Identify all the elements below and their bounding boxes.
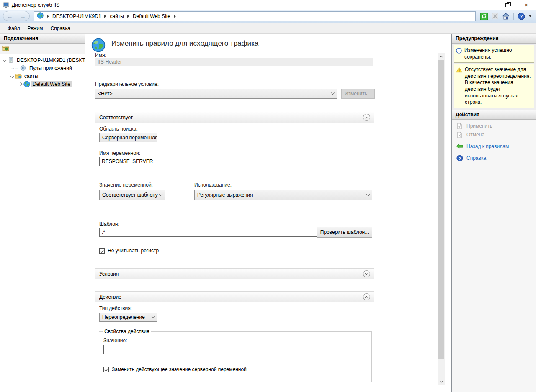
app-pools-icon [20,65,27,72]
precondition-select[interactable]: <Нет> [95,89,337,99]
menu-view[interactable]: Режим [24,24,47,33]
page-title: Изменить правило для исходящего трафика [111,39,258,48]
menu-help[interactable]: Справка [47,24,74,33]
forward-icon[interactable]: → [20,13,26,19]
chevron-down-icon [159,192,162,196]
breadcrumb-item-sites[interactable]: сайты [110,13,124,19]
save-connections-icon[interactable] [2,45,9,53]
scroll-down-button[interactable] [438,378,445,385]
info-alert: i Изменения успешно сохранены. [454,45,534,63]
tree-item-app-pools[interactable]: ···· Пулы приложений [0,64,85,72]
variable-value-select[interactable]: Соответствует шаблону [99,190,165,200]
breadcrumb-separator-icon [174,15,176,18]
content-scrollbar[interactable] [438,53,445,385]
variable-name-input[interactable]: RESPONSE_SERVER [99,157,372,166]
collapse-section-button[interactable] [363,293,370,300]
expand-collapse-icon[interactable] [10,74,14,77]
globe-icon[interactable] [37,12,44,20]
expand-collapse-icon[interactable] [3,58,6,61]
action-type-select[interactable]: Переопределение [99,313,157,322]
menu-file[interactable]: Файл [4,24,24,33]
scope-select[interactable]: Серверная переменная [99,133,157,142]
cancel-icon [456,132,463,138]
cancel-button[interactable]: Отмена [452,131,536,139]
green-arrow-left-icon [456,143,463,149]
warning-triangle-icon [456,67,462,106]
connections-tree: DESKTOP-U1MK9D1 (DESKTOP ···· Пулы прило… [0,54,85,392]
toolbar-divider [12,46,12,52]
scroll-up-button[interactable] [438,53,445,60]
change-precondition-button[interactable]: Изменить... [341,89,375,99]
actions-header: Действия [452,110,536,120]
back-to-rules-link[interactable]: Назад к правилам [452,142,536,151]
value-label: Значение: [103,338,127,343]
replace-value-label: Заменить действующее значение серверной … [112,366,247,372]
value-input[interactable] [103,345,369,354]
action-type-label: Тип действия: [99,305,132,311]
menu-bar: Файл Режим Справка [0,23,536,34]
svg-text:?: ? [459,156,461,160]
name-field[interactable]: IIS-Header [95,58,373,66]
info-icon: i [456,48,462,60]
nav-toolbar: ? [480,12,531,20]
connections-toolbar [0,44,85,54]
minimize-button[interactable] [479,0,498,10]
right-panel: Предупреждения i Изменения успешно сохра… [452,34,536,392]
help-link[interactable]: ? Справка [452,154,536,163]
variable-name-label: Имя переменной: [99,150,140,156]
breadcrumb-separator-icon [47,15,49,18]
alerts-header: Предупреждения [452,34,536,44]
scope-label: Область поиска: [99,126,138,132]
refresh-icon[interactable] [480,12,488,20]
breadcrumb-separator-icon [104,15,106,18]
restore-button[interactable] [498,0,517,10]
breadcrumb: DESKTOP-U1MK9D1 сайты Default Web Site [34,11,476,21]
expand-section-button[interactable] [363,270,370,277]
connections-panel: Подключения DESKTOP-U1MK9D1 (DESKTOP ···… [0,34,85,392]
test-pattern-button[interactable]: Проверить шаблон... [317,227,372,238]
sites-folder-icon [15,73,22,79]
site-globe-icon [23,81,30,87]
scrollbar-thumb[interactable] [438,60,444,359]
conditions-section-header[interactable]: Условия [95,269,374,279]
tree-item-label: Пулы приложений [28,65,73,72]
collapse-section-button[interactable] [363,114,370,121]
back-icon[interactable]: ← [7,13,13,19]
help-icon: ? [456,155,463,161]
chevron-up-icon [365,296,368,299]
breadcrumb-item-server[interactable]: DESKTOP-U1MK9D1 [52,13,101,19]
alerts-list: i Изменения успешно сохранены. Отсутству… [452,44,536,110]
expand-collapse-icon[interactable] [19,82,22,85]
apply-button[interactable]: Применить [452,122,536,131]
help-dropdown-caret-icon[interactable] [529,15,531,17]
toolbar-divider [513,13,514,20]
variable-value-label: Значение переменной: [99,182,153,188]
action-section-header[interactable]: Действие [95,292,374,302]
connections-header: Подключения [0,34,85,44]
name-label: Имя: [95,52,106,58]
tree-item-server[interactable]: DESKTOP-U1MK9D1 (DESKTOP [0,56,85,64]
tree-item-label: DESKTOP-U1MK9D1 (DESKTOP [15,57,85,64]
replace-value-checkbox[interactable] [103,367,109,372]
stop-icon[interactable] [491,12,499,20]
page-globe-icon [91,38,106,54]
breadcrumb-item-default-web-site[interactable]: Default Web Site [133,13,170,19]
tree-connector: ···· [11,66,18,70]
window-title: Диспетчер служб IIS [12,2,479,8]
tree-item-default-web-site[interactable]: Default Web Site [0,80,85,88]
ignore-case-checkbox[interactable] [99,248,105,254]
title-bar: Диспетчер служб IIS × [0,0,536,10]
iis-manager-window: Диспетчер служб IIS × ← → DESKTOP-U1MK9D… [0,0,536,392]
using-select[interactable]: Регулярные выражения [194,190,372,200]
svg-text:?: ? [520,14,523,19]
server-icon [7,57,14,64]
match-section-header[interactable]: Соответствует [95,112,374,123]
iis-logo-icon [3,2,10,8]
close-button[interactable]: × [517,0,536,10]
help-icon[interactable]: ? [517,12,526,20]
match-section: Соответствует Область поиска: Серверная … [95,112,374,256]
home-icon[interactable] [502,12,510,20]
tree-item-sites[interactable]: сайты [0,72,85,80]
apply-icon [456,123,463,129]
pattern-input[interactable]: .* [99,228,317,237]
